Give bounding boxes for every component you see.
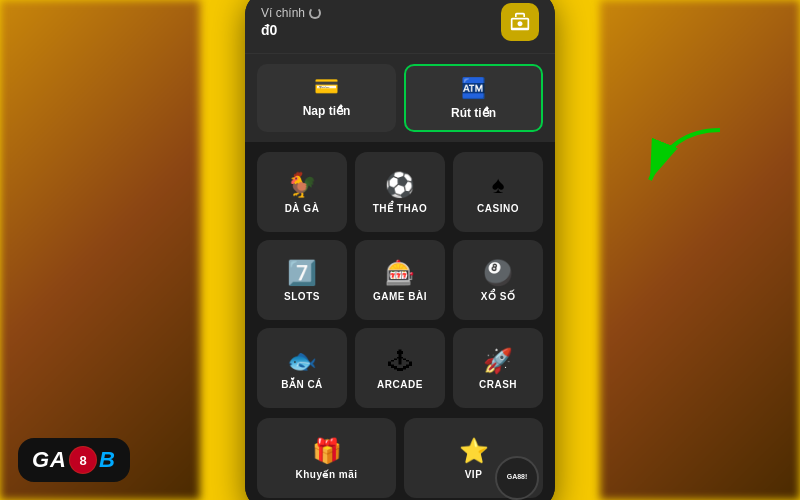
ban-ca-label: BẮN CÁ [281, 379, 323, 390]
ga88-watermark: GA88! [495, 456, 539, 500]
wallet-label-text: Ví chính [261, 6, 305, 20]
game-the-thao[interactable]: ⚽ THỂ THAO [355, 152, 445, 232]
phone-app: Ví chính đ0 💳 Nap tiền 🏧 Rút tiền 🐓 DÀ G… [245, 0, 555, 500]
the-thao-icon: ⚽ [385, 173, 415, 197]
da-ga-label: DÀ GÀ [285, 203, 320, 214]
game-grid: 🐓 DÀ GÀ ⚽ THỂ THAO ♠ CASINO 7️⃣ SLOTS 🎰 … [245, 142, 555, 418]
rut-tien-label: Rút tiền [451, 106, 496, 120]
wallet-icon [510, 12, 530, 32]
vip-label: VIP [465, 469, 483, 480]
crash-icon: 🚀 [483, 349, 513, 373]
nap-tien-icon: 💳 [314, 74, 339, 98]
slots-icon: 7️⃣ [287, 261, 317, 285]
refresh-icon[interactable] [309, 7, 321, 19]
xo-so-label: XỔ SỐ [481, 291, 516, 302]
arcade-label: ARCADE [377, 379, 423, 390]
casino-label: CASINO [477, 203, 519, 214]
wallet-header: Ví chính đ0 [245, 0, 555, 54]
ga88-logo: GA 8 B [18, 438, 130, 482]
ga88-logo-text-b: B [99, 447, 116, 473]
nap-tien-label: Nap tiền [303, 104, 351, 118]
bg-left-decoration [0, 0, 200, 500]
wallet-icon-button[interactable] [501, 3, 539, 41]
game-ban-ca[interactable]: 🐟 BẮN CÁ [257, 328, 347, 408]
ga88-logo-figure: 8 [69, 446, 97, 474]
game-arcade[interactable]: 🕹 ARCADE [355, 328, 445, 408]
casino-icon: ♠ [492, 173, 505, 197]
action-row: 💳 Nap tiền 🏧 Rút tiền [245, 54, 555, 142]
wallet-title: Ví chính [261, 6, 321, 20]
game-casino[interactable]: ♠ CASINO [453, 152, 543, 232]
wallet-info: Ví chính đ0 [261, 6, 321, 38]
game-xo-so[interactable]: 🎱 XỔ SỐ [453, 240, 543, 320]
wallet-amount: đ0 [261, 22, 321, 38]
khuyen-mai-label: Khuyến mãi [295, 469, 357, 480]
game-da-ga[interactable]: 🐓 DÀ GÀ [257, 152, 347, 232]
game-slots[interactable]: 7️⃣ SLOTS [257, 240, 347, 320]
khuyen-mai-icon: 🎁 [312, 439, 342, 463]
rut-tien-button[interactable]: 🏧 Rút tiền [404, 64, 543, 132]
game-bai-icon: 🎰 [385, 261, 415, 285]
nap-tien-button[interactable]: 💳 Nap tiền [257, 64, 396, 132]
vip-icon: ⭐ [459, 439, 489, 463]
ban-ca-icon: 🐟 [287, 349, 317, 373]
ga88-logo-text-ga: GA [32, 447, 67, 473]
game-crash[interactable]: 🚀 CRASH [453, 328, 543, 408]
the-thao-label: THỂ THAO [373, 203, 427, 214]
rut-tien-icon: 🏧 [461, 76, 486, 100]
bg-right-decoration [600, 0, 800, 500]
ga88-watermark-text: GA88! [507, 473, 528, 481]
da-ga-icon: 🐓 [287, 173, 317, 197]
xo-so-icon: 🎱 [483, 261, 513, 285]
svg-text:8: 8 [79, 453, 86, 468]
game-bai-label: GAME BÀI [373, 291, 427, 302]
game-game-bai[interactable]: 🎰 GAME BÀI [355, 240, 445, 320]
arcade-icon: 🕹 [388, 349, 412, 373]
crash-label: CRASH [479, 379, 517, 390]
khuyen-mai-item[interactable]: 🎁 Khuyến mãi [257, 418, 396, 498]
slots-label: SLOTS [284, 291, 320, 302]
